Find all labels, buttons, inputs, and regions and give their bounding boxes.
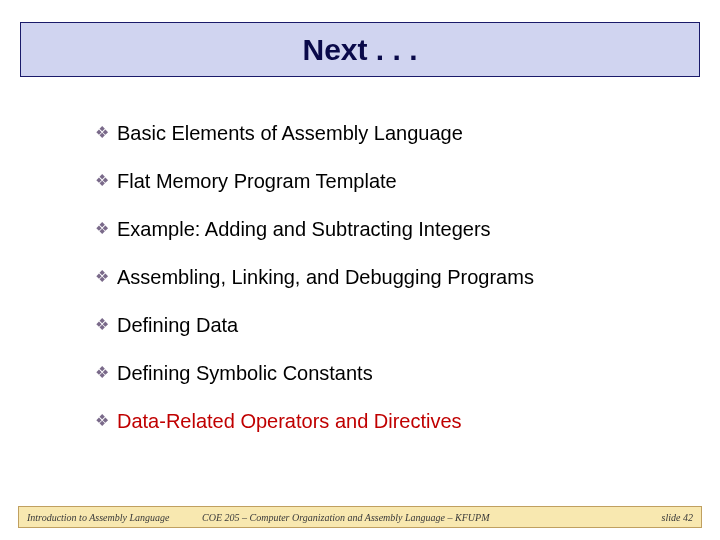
list-item: ❖ Data-Related Operators and Directives xyxy=(95,408,680,434)
diamond-bullet-icon: ❖ xyxy=(95,312,109,338)
list-item-text: Flat Memory Program Template xyxy=(117,168,397,194)
list-item-text: Basic Elements of Assembly Language xyxy=(117,120,463,146)
slide-footer: Introduction to Assembly Language COE 20… xyxy=(18,506,702,528)
diamond-bullet-icon: ❖ xyxy=(95,408,109,434)
diamond-bullet-icon: ❖ xyxy=(95,360,109,386)
list-item-text: Defining Symbolic Constants xyxy=(117,360,373,386)
list-item: ❖ Defining Symbolic Constants xyxy=(95,360,680,386)
list-item-text: Data-Related Operators and Directives xyxy=(117,408,462,434)
footer-center-text: COE 205 – Computer Organization and Asse… xyxy=(202,512,662,523)
diamond-bullet-icon: ❖ xyxy=(95,264,109,290)
diamond-bullet-icon: ❖ xyxy=(95,168,109,194)
list-item: ❖ Flat Memory Program Template xyxy=(95,168,680,194)
list-item-text: Assembling, Linking, and Debugging Progr… xyxy=(117,264,534,290)
footer-left-text: Introduction to Assembly Language xyxy=(27,512,202,523)
list-item-text: Defining Data xyxy=(117,312,238,338)
diamond-bullet-icon: ❖ xyxy=(95,216,109,242)
list-item: ❖ Assembling, Linking, and Debugging Pro… xyxy=(95,264,680,290)
slide-title: Next . . . xyxy=(302,33,417,67)
list-item: ❖ Basic Elements of Assembly Language xyxy=(95,120,680,146)
list-item: ❖ Example: Adding and Subtracting Intege… xyxy=(95,216,680,242)
title-bar: Next . . . xyxy=(20,22,700,77)
list-item-text: Example: Adding and Subtracting Integers xyxy=(117,216,491,242)
list-item: ❖ Defining Data xyxy=(95,312,680,338)
footer-slide-number: slide 42 xyxy=(662,512,693,523)
bullet-list: ❖ Basic Elements of Assembly Language ❖ … xyxy=(95,120,680,456)
diamond-bullet-icon: ❖ xyxy=(95,120,109,146)
